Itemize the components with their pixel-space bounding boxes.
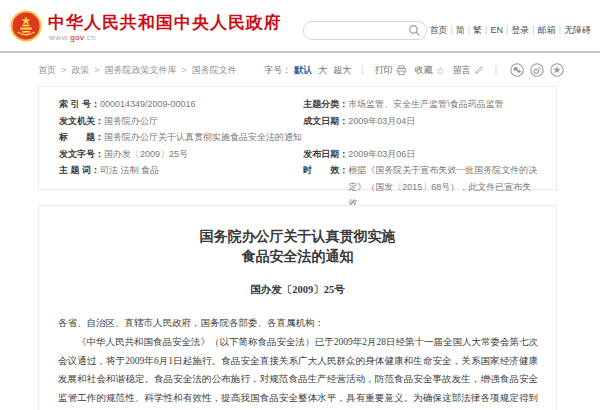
fontsize-default-button[interactable]: 默认	[294, 64, 312, 77]
header-divider	[0, 51, 600, 53]
nav-login[interactable]: 登录	[511, 25, 529, 35]
meta-index-number: 索 引 号：000014349/2009-00016	[59, 96, 303, 113]
document-paragraph: 《中华人民共和国食品安全法》（以下简称食品安全法）已于2009年2月28日经第十…	[58, 333, 538, 410]
search-box	[303, 21, 427, 40]
breadcrumb-policy-library[interactable]: 国务院政策文件库	[105, 65, 177, 75]
star-icon: ☆	[436, 65, 445, 76]
printer-icon	[396, 65, 407, 76]
gov-cn-document-page: 中华人民共和国中央人民政府 www.gov.cn 首页|简|繁|EN|登录|邮箱…	[0, 0, 600, 410]
meta-topic-category: 主题分类：市场监管、安全生产监管\食品药品监管	[303, 96, 538, 113]
fontsize-label: 字号：	[264, 64, 291, 77]
nav-english[interactable]: EN	[490, 25, 503, 35]
pencil-icon	[474, 65, 484, 75]
breadcrumb: 首页>政策>国务院政策文件库>国务院文件	[38, 64, 237, 77]
document-paragraph: 各省、自治区、直辖市人民政府，国务院各部委、各直属机构：	[58, 314, 538, 333]
document-body: 各省、自治区、直辖市人民政府，国务院各部委、各直属机构： 《中华人民共和国食品安…	[58, 314, 538, 410]
wechat-share-icon[interactable]	[510, 63, 524, 77]
document-number: 国办发〔2009〕25号	[39, 283, 556, 297]
breadcrumb-toolbar-row: 首页>政策>国务院政策文件库>国务院文件 字号：默认大超大 | 打印 收藏☆ 留…	[38, 62, 564, 78]
meta-document-number: 发文字号：国办发〔2009〕25号	[59, 146, 303, 163]
meta-issuing-agency: 发文机关：国务院办公厅	[59, 113, 303, 130]
share-buttons	[504, 63, 564, 77]
document-title: 国务院办公厅关于认真贯彻实施 食品安全法的通知	[69, 227, 526, 267]
document-metadata-card: 索 引 号：000014349/2009-00016 主题分类：市场监管、安全生…	[38, 86, 557, 190]
document-content-card: 国务院办公厅关于认真贯彻实施 食品安全法的通知 国办发〔2009〕25号 各省、…	[38, 205, 557, 410]
fontsize-large-button[interactable]: 大	[318, 64, 327, 77]
metadata-grid: 索 引 号：000014349/2009-00016 主题分类：市场监管、安全生…	[39, 87, 556, 212]
meta-written-date: 成文日期：2009年03月04日	[303, 113, 538, 130]
nav-traditional[interactable]: 繁	[473, 25, 482, 35]
weibo-share-icon[interactable]	[530, 63, 544, 77]
comment-button[interactable]: 留言	[453, 64, 484, 77]
meta-publish-date: 发布日期：2009年03月06日	[303, 146, 538, 163]
search-icon[interactable]	[408, 24, 421, 37]
page-toolbar: 字号：默认大超大 | 打印 收藏☆ 留言 |	[264, 63, 564, 77]
meta-title: 标 题：国务院办公厅关于认真贯彻实施食品安全法的通知	[59, 129, 303, 146]
print-button[interactable]: 打印	[375, 64, 407, 77]
search-input[interactable]	[312, 23, 406, 38]
qzone-share-icon[interactable]	[550, 63, 564, 77]
site-header: 中华人民共和国中央人民政府 www.gov.cn 首页|简|繁|EN|登录|邮箱…	[0, 0, 600, 51]
nav-accessibility[interactable]: 无障碍	[564, 25, 591, 35]
breadcrumb-state-council-docs[interactable]: 国务院文件	[192, 65, 237, 75]
favorite-button[interactable]: 收藏☆	[415, 64, 445, 77]
nav-home[interactable]: 首页	[429, 25, 447, 35]
top-nav: 首页|简|繁|EN|登录|邮箱|无障碍	[429, 24, 591, 37]
meta-empty-cell	[303, 129, 538, 146]
site-title[interactable]: 中华人民共和国中央人民政府	[48, 11, 282, 34]
breadcrumb-policy[interactable]: 政策	[71, 65, 89, 75]
site-url: www.gov.cn	[49, 33, 96, 42]
nav-mail[interactable]: 邮箱	[538, 25, 556, 35]
fontsize-xlarge-button[interactable]: 超大	[333, 64, 351, 77]
breadcrumb-home[interactable]: 首页	[38, 65, 56, 75]
nav-simplified[interactable]: 简	[456, 25, 465, 35]
national-emblem-icon	[10, 10, 42, 42]
